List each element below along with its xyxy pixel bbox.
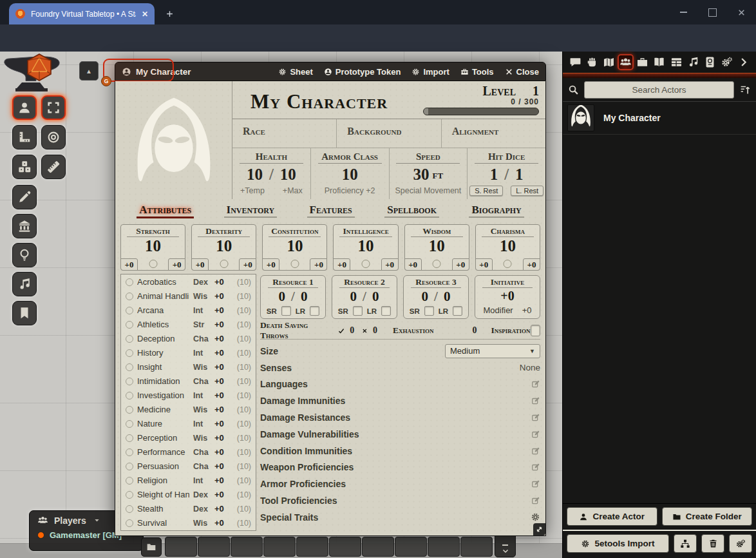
edit-icon[interactable] xyxy=(531,447,540,456)
skill-acrobatics[interactable]: Acrobatics Dex +0 (10) xyxy=(126,277,251,287)
hotbar-slot[interactable] xyxy=(165,537,197,557)
proficiency-radio[interactable] xyxy=(433,260,441,268)
token-controls-button[interactable] xyxy=(12,95,37,120)
macro-folder-button[interactable] xyxy=(141,537,162,557)
skill-proficiency-radio[interactable] xyxy=(126,448,133,456)
edit-icon[interactable] xyxy=(531,496,540,505)
import-button[interactable]: Import xyxy=(411,67,449,77)
actor-avatar[interactable] xyxy=(567,104,594,131)
collapse-controls-button[interactable]: ▲ xyxy=(79,61,99,81)
xp-value[interactable]: 0 / 300 xyxy=(423,97,539,106)
select-tokens-button[interactable] xyxy=(41,95,66,120)
skill-proficiency-radio[interactable] xyxy=(126,477,133,485)
death-success-count[interactable]: 0 xyxy=(350,325,354,336)
edit-icon[interactable] xyxy=(531,430,540,439)
wall-controls-button[interactable] xyxy=(12,214,37,238)
long-rest-button[interactable]: L. Rest xyxy=(511,186,543,196)
hotbar-slot[interactable] xyxy=(395,537,427,557)
character-sheet-window[interactable]: My Character G Sheet Prototype Token xyxy=(115,62,546,536)
folder-tree-button[interactable] xyxy=(674,534,697,553)
ability-save-mod[interactable]: +0 xyxy=(333,258,350,271)
search-input[interactable]: Search Actors xyxy=(584,81,734,99)
skill-proficiency-radio[interactable] xyxy=(126,321,133,329)
ability-save-mod[interactable]: +0 xyxy=(404,258,422,271)
sidebar-tab-scenes[interactable] xyxy=(601,54,617,70)
hp-temp-label[interactable]: +Temp xyxy=(240,186,265,195)
skill-proficiency-radio[interactable] xyxy=(126,293,133,300)
create-actor-button[interactable]: Create Actor xyxy=(567,507,657,526)
proficiency-radio[interactable] xyxy=(149,260,157,268)
long-rest-checkbox[interactable] xyxy=(381,306,391,316)
hit-dice-stat[interactable]: Hit Dice 1/1 S. Rest L. Rest xyxy=(467,148,545,199)
journal-notes-button[interactable] xyxy=(12,301,37,325)
proficiency-radio[interactable] xyxy=(362,260,370,268)
hit-dice-current[interactable]: 1 xyxy=(490,166,498,184)
ability-check-mod[interactable]: +0 xyxy=(452,258,469,271)
ac-value[interactable]: 10 xyxy=(342,166,358,184)
hotbar-slot[interactable] xyxy=(263,537,296,557)
ability-charisma[interactable]: Charisma 10 +0 +0 xyxy=(475,224,540,271)
edit-icon[interactable] xyxy=(531,396,540,405)
close-button[interactable]: Close xyxy=(505,67,539,77)
foundry-logo[interactable] xyxy=(3,53,76,94)
hotbar-slot[interactable] xyxy=(198,537,230,557)
sidebar-tab-actors[interactable] xyxy=(618,54,634,70)
hp-tempmax-label[interactable]: +Max xyxy=(283,186,303,195)
gear-icon[interactable] xyxy=(531,512,540,522)
field-alignment[interactable]: Alignment xyxy=(441,119,545,148)
short-rest-checkbox[interactable] xyxy=(281,306,291,316)
hotbar-slot[interactable] xyxy=(231,537,263,557)
lighting-controls-button[interactable] xyxy=(12,243,37,267)
ability-check-mod[interactable]: +0 xyxy=(310,258,327,271)
sidebar-tab-collapse[interactable] xyxy=(735,54,751,70)
level-value[interactable]: 1 xyxy=(533,84,539,99)
skill-proficiency-radio[interactable] xyxy=(126,392,133,399)
skill-proficiency-radio[interactable] xyxy=(126,463,133,470)
sidebar-tab-journal[interactable] xyxy=(651,54,667,70)
ability-wisdom[interactable]: Wisdom 10 +0 +0 xyxy=(404,224,469,271)
resource-resource-1[interactable]: Resource 1 0/0 SR LR xyxy=(260,275,326,319)
sidebar-tab-compendium[interactable] xyxy=(702,54,718,70)
prototype-token-button[interactable]: Prototype Token xyxy=(324,67,401,77)
short-rest-checkbox[interactable] xyxy=(353,306,363,316)
maximize-button[interactable] xyxy=(698,0,727,24)
sound-controls-button[interactable] xyxy=(12,272,37,296)
skill-proficiency-radio[interactable] xyxy=(126,505,133,513)
skill-proficiency-radio[interactable] xyxy=(126,278,133,286)
sidebar-tab-chat[interactable] xyxy=(567,54,583,70)
skill-proficiency-radio[interactable] xyxy=(126,335,133,343)
tab-features[interactable]: Features xyxy=(307,204,355,223)
speed-stat[interactable]: Speed 30ft Special Movement xyxy=(389,148,468,199)
skill-proficiency-radio[interactable] xyxy=(126,491,133,499)
initiative-modifier[interactable]: +0 xyxy=(522,305,532,315)
skill-intimidation[interactable]: Intimidation Cha +0 (10) xyxy=(126,376,251,386)
sidebar-tab-tables[interactable] xyxy=(668,54,685,70)
browser-tab[interactable]: Foundry Virtual Tabletop • A Stan ✕ xyxy=(9,3,155,24)
edit-icon[interactable] xyxy=(531,380,540,389)
skill-insight[interactable]: Insight Wis +0 (10) xyxy=(126,362,251,372)
armor-class-stat[interactable]: Armor Class 10 Proficiency +2 xyxy=(310,148,389,199)
sheet-titlebar[interactable]: My Character G Sheet Prototype Token xyxy=(115,62,546,81)
exhaustion-value[interactable]: 0 xyxy=(472,325,477,336)
skill-sleight-of-hand[interactable]: Sleight of Hand Dex +0 (10) xyxy=(126,490,251,499)
minimize-button[interactable] xyxy=(669,0,698,24)
health-stat[interactable]: Health 10/10 +Temp+Max xyxy=(232,148,310,199)
edit-icon[interactable] xyxy=(531,463,540,472)
skill-arcana[interactable]: Arcana Int +0 (10) xyxy=(126,305,251,315)
skill-proficiency-radio[interactable] xyxy=(126,307,133,314)
skill-proficiency-radio[interactable] xyxy=(126,519,133,527)
sidebar-tab-combat[interactable] xyxy=(584,54,600,70)
ruler-measure-button[interactable] xyxy=(41,155,66,179)
proficiency-radio[interactable] xyxy=(504,260,512,268)
sidebar-tab-playlists[interactable] xyxy=(685,54,701,70)
ability-save-mod[interactable]: +0 xyxy=(475,258,493,271)
hotbar-slot[interactable] xyxy=(460,537,493,557)
skill-persuasion[interactable]: Persuasion Cha +0 (10) xyxy=(126,461,251,471)
delete-button[interactable] xyxy=(701,534,724,553)
ability-check-mod[interactable]: +0 xyxy=(523,258,540,271)
death-fail-icon[interactable] xyxy=(362,327,368,335)
skill-proficiency-radio[interactable] xyxy=(126,349,133,357)
measure-templates-button[interactable] xyxy=(12,125,37,149)
close-window-button[interactable] xyxy=(727,0,756,24)
skill-proficiency-radio[interactable] xyxy=(126,406,133,414)
